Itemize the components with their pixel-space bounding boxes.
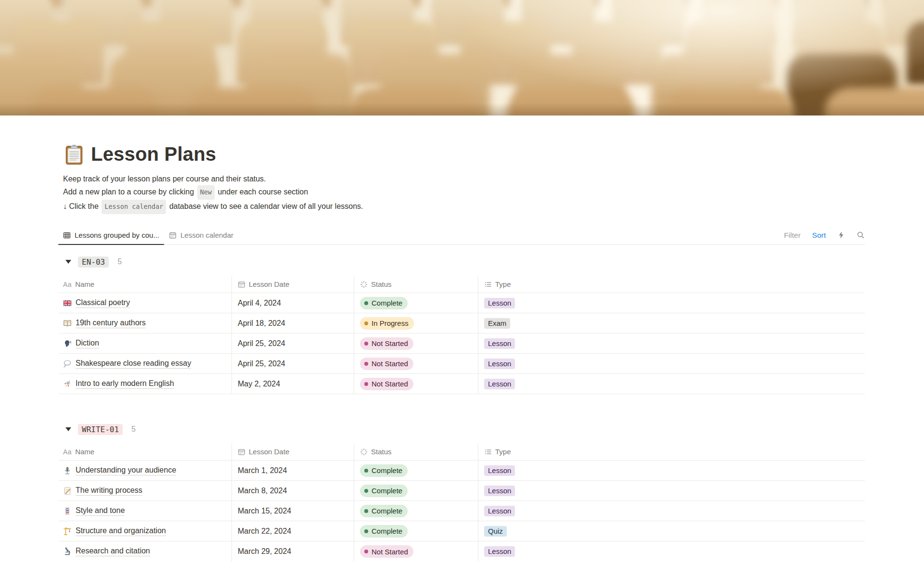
name-cell[interactable]: Research and citation <box>59 541 232 562</box>
column-header-type[interactable]: Type <box>478 443 865 460</box>
tab-lessons-grouped-by-course[interactable]: Lessons grouped by cou... <box>58 226 164 244</box>
status-cell[interactable]: Complete <box>354 293 478 313</box>
type-cell[interactable]: Lesson <box>478 333 865 353</box>
table-row: 19th century authors April 18, 2024 In P… <box>59 313 865 333</box>
status-badge[interactable]: Complete <box>360 525 408 538</box>
lesson-name-link[interactable]: Shakespeare close reading essay <box>76 359 191 369</box>
collapse-toggle-icon[interactable] <box>65 427 71 431</box>
seat-row <box>31 88 924 115</box>
filter-button[interactable]: Filter <box>784 231 800 240</box>
column-header-type[interactable]: Type <box>478 276 865 293</box>
date-cell[interactable]: April 4, 2024 <box>232 293 354 313</box>
name-cell[interactable]: Understanding your audience <box>59 461 232 480</box>
status-badge[interactable]: Complete <box>360 297 408 309</box>
status-badge[interactable]: Complete <box>360 485 408 497</box>
group-name-chip[interactable]: WRITE-01 <box>78 424 123 435</box>
type-cell[interactable]: Lesson <box>478 354 865 373</box>
name-cell[interactable]: Classical poetry <box>59 293 232 313</box>
status-badge[interactable]: Complete <box>360 464 408 477</box>
group-header[interactable]: EN-03 5 <box>63 255 865 269</box>
column-header-status[interactable]: Status <box>354 276 478 293</box>
date-cell[interactable]: April 25, 2024 <box>232 354 354 373</box>
type-cell[interactable]: Lesson <box>478 293 865 313</box>
type-badge[interactable]: Lesson <box>484 298 515 308</box>
lesson-name-link[interactable]: Diction <box>76 339 99 348</box>
type-cell[interactable]: Lesson <box>478 461 865 480</box>
date-cell[interactable]: March 15, 2024 <box>232 501 354 521</box>
status-cell[interactable]: Not Started <box>354 541 478 562</box>
type-badge[interactable]: Exam <box>484 318 510 329</box>
date-cell[interactable]: April 18, 2024 <box>232 313 354 333</box>
group-name-chip[interactable]: EN-03 <box>78 256 109 268</box>
status-badge[interactable]: Not Started <box>360 378 413 390</box>
date-cell[interactable]: March 29, 2024 <box>232 541 354 562</box>
lesson-name-link[interactable]: 19th century authors <box>76 319 146 328</box>
name-cell[interactable]: Structure and organization <box>59 521 232 541</box>
status-cell[interactable]: In Progress <box>354 313 478 333</box>
column-header-status[interactable]: Status <box>354 443 478 460</box>
seat-row <box>0 0 924 45</box>
table-header-row: Aa Name Lesson Date <box>59 443 865 461</box>
status-cell[interactable]: Complete <box>354 521 478 541</box>
name-cell[interactable]: Style and tone <box>59 501 232 521</box>
date-cell[interactable]: March 1, 2024 <box>232 461 354 480</box>
column-header-name[interactable]: Aa Name <box>59 443 232 460</box>
lesson-name-link[interactable]: Intro to early modern English <box>76 379 174 389</box>
lesson-name-link[interactable]: Structure and organization <box>76 526 166 536</box>
seat-row <box>13 21 924 85</box>
table-header-row: Aa Name Lesson Date <box>59 276 865 293</box>
name-cell[interactable]: Intro to early modern English <box>59 374 232 394</box>
type-cell[interactable]: Lesson <box>478 481 865 500</box>
lightning-icon[interactable] <box>837 231 845 239</box>
table-row: Shakespeare close reading essay April 25… <box>59 354 865 374</box>
lesson-name-link[interactable]: The writing process <box>76 486 142 496</box>
lesson-name-link[interactable]: Understanding your audience <box>76 466 176 475</box>
type-cell[interactable]: Lesson <box>478 541 865 562</box>
date-cell[interactable]: March 8, 2024 <box>232 481 354 500</box>
type-badge[interactable]: Lesson <box>484 465 515 476</box>
type-cell[interactable]: Exam <box>478 313 865 333</box>
name-cell[interactable]: The writing process <box>59 481 232 500</box>
status-cell[interactable]: Not Started <box>354 333 478 353</box>
status-cell[interactable]: Complete <box>354 481 478 500</box>
type-badge[interactable]: Lesson <box>484 486 515 496</box>
type-badge[interactable]: Lesson <box>484 338 515 349</box>
name-cell[interactable]: 19th century authors <box>59 313 232 333</box>
date-cell[interactable]: March 22, 2024 <box>232 521 354 541</box>
column-header-lesson-date[interactable]: Lesson Date <box>232 443 354 460</box>
status-badge[interactable]: Not Started <box>360 358 413 370</box>
tab-lesson-calendar[interactable]: Lesson calendar <box>164 226 238 244</box>
date-cell[interactable]: April 25, 2024 <box>232 333 354 353</box>
group-header[interactable]: WRITE-01 5 <box>63 422 865 436</box>
column-header-name[interactable]: Aa Name <box>59 276 232 293</box>
lesson-name-link[interactable]: Research and citation <box>76 547 150 556</box>
type-badge[interactable]: Lesson <box>484 546 515 557</box>
status-badge[interactable]: Complete <box>360 505 408 517</box>
status-badge[interactable]: In Progress <box>360 317 414 330</box>
status-badge[interactable]: Not Started <box>360 337 413 350</box>
type-cell[interactable]: Quiz <box>478 521 865 541</box>
status-cell[interactable]: Not Started <box>354 354 478 373</box>
type-cell[interactable]: Lesson <box>478 501 865 521</box>
status-burst-icon <box>360 448 368 456</box>
type-badge[interactable]: Lesson <box>484 359 515 369</box>
sort-button[interactable]: Sort <box>812 231 826 240</box>
lessons-table: Aa Name Lesson Date <box>59 276 865 394</box>
column-header-lesson-date[interactable]: Lesson Date <box>232 276 354 293</box>
type-cell[interactable]: Lesson <box>478 374 865 394</box>
description-line: Keep track of your lesson plans per cour… <box>63 172 865 185</box>
status-cell[interactable]: Not Started <box>354 374 478 394</box>
date-cell[interactable]: May 2, 2024 <box>232 374 354 394</box>
status-cell[interactable]: Complete <box>354 461 478 480</box>
name-cell[interactable]: Shakespeare close reading essay <box>59 354 232 373</box>
status-badge[interactable]: Not Started <box>360 545 413 558</box>
type-badge[interactable]: Quiz <box>484 526 507 537</box>
status-cell[interactable]: Complete <box>354 501 478 521</box>
search-icon[interactable] <box>857 231 865 239</box>
collapse-toggle-icon[interactable] <box>65 260 71 264</box>
type-badge[interactable]: Lesson <box>484 379 515 389</box>
name-cell[interactable]: Diction <box>59 333 232 353</box>
lesson-name-link[interactable]: Classical poetry <box>76 298 130 308</box>
type-badge[interactable]: Lesson <box>484 506 515 516</box>
lesson-name-link[interactable]: Style and tone <box>76 506 125 516</box>
